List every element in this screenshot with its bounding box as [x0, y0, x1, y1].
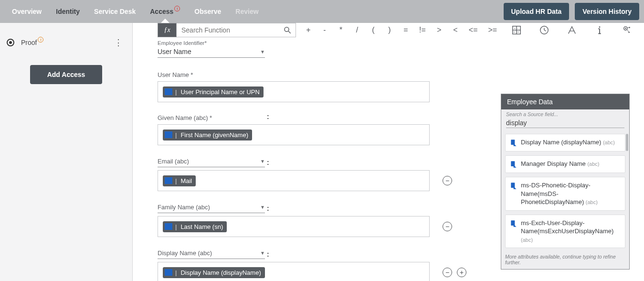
field-block: Display Name (abc)▼:|Display Name (displ… [158, 248, 468, 281]
op-eq[interactable]: = [403, 26, 409, 34]
employee-id-value: User Name [158, 48, 191, 55]
svg-text:=: = [517, 31, 519, 33]
chip-label: User Principal Name or UPN [180, 88, 259, 96]
field-label-select[interactable]: Family Name (abc)▼ [158, 202, 265, 213]
employee-data-sublabel: Search a Source field... [501, 109, 629, 117]
employee-id-label: Employee Identifier* [158, 40, 644, 46]
attribute-item[interactable]: Manager Display Name (abc) [505, 155, 625, 173]
gear-node-icon[interactable] [622, 25, 633, 35]
field-input[interactable]: |Display Name (displayName)−+ [158, 262, 430, 281]
svg-point-0 [285, 27, 289, 32]
field-icon [509, 160, 517, 169]
attribute-item[interactable]: ms-DS-Phonetic-Display-Name(msDS-Phoneti… [505, 177, 625, 211]
field-icon [509, 219, 517, 228]
field-label-select[interactable]: Display Name (abc)▼ [158, 248, 265, 259]
field-label: User Name * [158, 71, 265, 78]
field-icon [509, 182, 517, 190]
source-field-search-input[interactable] [506, 118, 624, 128]
op-paren-open[interactable]: ( [370, 26, 376, 34]
tab-service-desk[interactable]: Service Desk [87, 0, 143, 23]
tool-icons: +-×= [511, 23, 633, 37]
attribute-item[interactable]: Display Name (displayName) (abc) [505, 134, 625, 151]
upload-hr-data-button[interactable]: Upload HR Data [504, 3, 570, 20]
attribute-name: Manager Display Name [521, 160, 587, 167]
op-neq[interactable]: != [419, 26, 426, 34]
sidebar-item-proof[interactable]: Proof ! ⋮ [0, 33, 132, 52]
remove-field-button[interactable]: − [443, 176, 452, 185]
svg-rect-24 [511, 161, 515, 166]
field-input[interactable]: |User Principal Name or UPN [158, 81, 430, 102]
database-icon [165, 177, 172, 184]
op-gte[interactable]: >= [488, 26, 497, 34]
version-history-button[interactable]: Version History [575, 3, 639, 20]
chip-divider: | [175, 177, 177, 184]
search-function-input[interactable] [180, 26, 283, 34]
chevron-down-icon: ▼ [260, 49, 265, 54]
op-lte[interactable]: <= [469, 26, 478, 34]
center-pane: ƒx + - * / ( ) = != > < <= >= +-×= [133, 23, 644, 281]
remove-field-button[interactable]: − [443, 222, 452, 231]
kebab-menu-icon[interactable]: ⋮ [111, 37, 126, 48]
attribute-text: Display Name (displayName) (abc) [521, 138, 621, 147]
attribute-text: ms-Exch-User-Display-Name(msExchUserDisp… [521, 219, 621, 244]
database-icon [165, 88, 172, 95]
tab-review[interactable]: Review [228, 0, 265, 23]
search-function-box[interactable] [177, 23, 296, 37]
svg-text:+: + [514, 27, 516, 30]
svg-point-12 [599, 26, 601, 28]
add-field-button[interactable]: + [457, 268, 466, 277]
field-input[interactable]: |Last Name (sn)− [158, 216, 430, 237]
op-paren-close[interactable]: ) [387, 26, 392, 34]
fx-icon: ƒx [158, 23, 177, 37]
field-label: Email (abc) [158, 158, 189, 165]
colon-icon: : [267, 113, 269, 120]
sidebar-item-label: Proof [21, 39, 37, 46]
search-icon[interactable] [283, 26, 292, 34]
svg-rect-22 [511, 140, 515, 145]
nav-tabs: Overview Identity Service Desk Access ! … [5, 0, 266, 23]
svg-rect-28 [511, 220, 515, 226]
source-chip[interactable]: |Mail [163, 175, 196, 186]
source-chip[interactable]: |First Name (givenName) [163, 130, 252, 140]
svg-text:×: × [514, 31, 515, 33]
scrollbar[interactable] [626, 134, 628, 151]
info-icon[interactable] [594, 25, 605, 35]
clock-icon[interactable] [539, 25, 549, 35]
tab-overview[interactable]: Overview [5, 0, 49, 23]
chip-divider: | [175, 223, 177, 230]
remove-field-button[interactable]: − [443, 268, 452, 277]
tab-identity[interactable]: Identity [49, 0, 87, 23]
field-label: Display Name (abc) [158, 249, 212, 257]
op-divide[interactable]: / [354, 26, 360, 34]
add-access-button[interactable]: Add Access [30, 65, 103, 84]
source-chip[interactable]: |User Principal Name or UPN [163, 86, 264, 97]
chip-divider: | [175, 88, 177, 96]
op-lt[interactable]: < [453, 26, 458, 34]
op-plus[interactable]: + [306, 26, 311, 34]
source-chip[interactable]: |Display Name (displayName) [163, 267, 265, 278]
op-minus[interactable]: - [322, 26, 327, 34]
svg-line-20 [627, 29, 629, 32]
field-input[interactable]: |First Name (givenName) [158, 124, 430, 145]
employee-id-select[interactable]: User Name ▼ [158, 46, 265, 58]
chevron-down-icon: ▼ [260, 205, 265, 210]
source-chip[interactable]: |Last Name (sn) [163, 221, 227, 232]
chip-divider: | [175, 269, 177, 276]
attribute-name: Display Name (displayName) [521, 139, 603, 146]
field-input[interactable]: |Mail− [158, 170, 430, 191]
tab-access[interactable]: Access ! [143, 0, 187, 23]
attribute-item[interactable]: ms-Exch-User-Display-Name(msExchUserDisp… [505, 215, 625, 249]
op-multiply[interactable]: * [338, 26, 344, 34]
font-icon[interactable] [567, 25, 577, 35]
svg-line-1 [288, 31, 291, 33]
formula-bar: ƒx + - * / ( ) = != > < <= >= +-×= [158, 23, 644, 37]
tab-observe[interactable]: Observe [187, 0, 228, 23]
field-label-select[interactable]: Email (abc)▼ [158, 156, 265, 167]
attribute-type-hint: (abc) [521, 237, 533, 243]
warning-icon: ! [174, 6, 180, 11]
colon-icon: : [267, 159, 269, 166]
fields-area: User Name *|User Principal Name or UPNGi… [158, 58, 482, 281]
calculator-icon[interactable]: +-×= [511, 25, 522, 35]
op-gt[interactable]: > [436, 26, 442, 34]
svg-text:-: - [517, 27, 518, 30]
